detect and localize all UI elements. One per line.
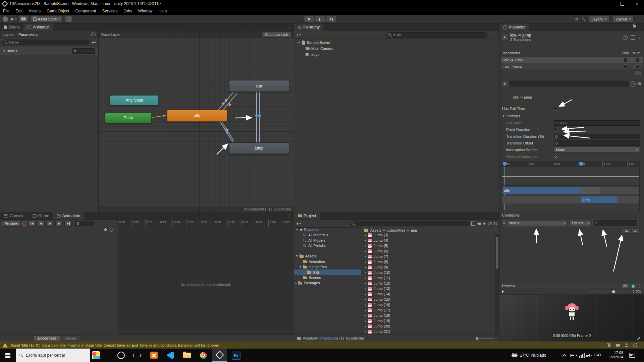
avatar-preview-icon[interactable] [632,285,635,288]
record-button[interactable] [22,222,26,226]
volume-muted-icon[interactable]: × [586,353,592,357]
tree-folder[interactable]: Animation [294,259,361,264]
pause-button[interactable] [315,16,325,22]
weather-widget[interactable]: 17°C Nublado [512,349,546,362]
menu-item[interactable]: Edit [12,9,25,13]
asset-row[interactable]: ▸ Jump (3) [362,232,499,238]
tab-parameters[interactable]: Parameters [18,33,38,37]
account-avatar[interactable] [3,16,8,22]
hierarchy-row-main-camera[interactable]: Main Camera [294,46,499,52]
thumbnail-zoom-slider[interactable] [476,338,494,339]
hierarchy-search-input[interactable]: ▾ All [386,32,487,38]
status-tray-icons[interactable] [606,343,640,348]
state-node-run[interactable]: run [229,80,289,92]
transition-timeline[interactable]: 0:000:100:201:001:101:20 idle jump [501,161,640,211]
condition-value-field[interactable]: 2 [594,220,637,226]
expand-caret-icon[interactable]: ▸ [365,303,366,306]
menu-item[interactable]: Window [135,9,156,13]
ordered-interruption-checkbox[interactable] [554,155,558,159]
expand-caret-icon[interactable]: ▸ [365,266,366,269]
tab-scene[interactable]: Scene [0,23,23,31]
asset-row[interactable]: ▸ Jump (15) [362,297,499,302]
curves-button[interactable]: Curves [60,336,80,341]
panel-menu-icon[interactable]: ⋮ [286,212,294,220]
taskbar-app-vscode[interactable] [163,349,178,362]
foldout-caret-icon[interactable]: ▼ [502,114,505,118]
transition-name-field[interactable] [509,81,629,86]
asset-row[interactable]: ▸ Jump (19) [362,318,499,323]
expand-caret-icon[interactable]: ▸ [365,314,366,317]
taskbar-app-chrome[interactable] [196,349,211,362]
transition-row[interactable]: run -> jump [501,63,643,69]
hierarchy-row-scene[interactable]: ▼ SampleScene [294,40,499,46]
add-event-icon[interactable] [109,228,114,232]
condition-parameter-dropdown[interactable]: status▾ [507,220,568,226]
asset-row[interactable]: ▸ Jump (8) [362,259,499,264]
assets-root[interactable]: ▼Assets [294,253,361,259]
frame-field[interactable]: 0 [75,221,94,226]
expand-caret-icon[interactable]: ▸ [365,277,366,280]
asset-store-button[interactable]: Asset Store ▾ [30,16,63,22]
panel-menu-icon[interactable]: ⋮ [491,212,499,220]
scrollbar[interactable] [495,234,499,335]
taskbar-app-explorer[interactable] [179,349,194,362]
asset-row[interactable]: ▸ Jump (6) [362,248,499,254]
panel-menu-icon[interactable]: ⋮ [491,23,499,31]
state-node-idle[interactable]: idle [167,110,227,122]
kebab-icon[interactable]: ⋮ [637,284,641,288]
favorite-star-icon[interactable]: ★ [483,222,486,226]
tab-project[interactable]: Project [294,212,320,220]
tree-folder[interactable]: Scenes [294,275,361,280]
status-bar[interactable]: ! Asset 'Idle (1)_0': Transition 'idle -… [0,342,644,349]
action-center-icon[interactable] [629,353,635,358]
asset-row[interactable]: ▸ Jump (14) [362,291,499,297]
state-node-jump[interactable]: jump [229,142,289,154]
lock-icon[interactable] [633,25,636,27]
version-control-button[interactable] [65,16,73,22]
help-icon[interactable]: ? [631,81,636,86]
timeline-track-jump[interactable]: jump [502,196,639,203]
exit-time-field[interactable]: 0.8125 [554,120,640,126]
transition-row[interactable]: idle -> jump [501,57,643,63]
asset-row[interactable]: ▸ Jump (4) [362,238,499,243]
play-animation-button[interactable] [46,221,54,227]
first-frame-button[interactable] [28,221,36,227]
slider-thumb[interactable] [612,290,615,293]
taskbar-app-paint[interactable] [89,349,103,362]
hidden-packages-toggle[interactable]: 21 [488,222,497,226]
interruption-source-dropdown[interactable]: None▾ [554,147,640,153]
tab-animator[interactable]: Animator [23,23,53,31]
panel-menu-icon[interactable]: ⋮ [636,23,644,31]
asset-row[interactable]: ▸ Jump (13) [362,286,499,291]
tab-game[interactable]: Game [28,212,53,220]
expand-caret-icon[interactable]: ▸ [365,255,366,258]
preview-viewport[interactable]: 0:00 (000.0%) Frame 0 [499,295,644,342]
scrollbar-thumb[interactable] [496,237,498,269]
start-button[interactable] [0,349,15,362]
expand-caret-icon[interactable]: ▸ [365,244,366,247]
solo-checkbox[interactable] [623,58,627,62]
add-condition-button[interactable]: + [623,229,630,234]
expand-caret-icon[interactable]: ▸ [365,239,366,242]
undo-history-icon[interactable]: ↺ [574,16,578,22]
search-by-type-icon[interactable] [471,222,475,226]
expand-caret-icon[interactable]: ▸ [365,234,366,237]
condition-operator-dropdown[interactable]: Equals▾ [570,220,592,226]
preview-toggle-button[interactable]: Preview [2,221,20,227]
expand-caret-icon[interactable]: ▸ [365,293,366,296]
asset-row[interactable]: ▸ Jump (18) [362,313,499,318]
add-keyframe-icon[interactable] [104,228,107,232]
layers-dropdown[interactable]: Layers▾ [589,16,609,22]
taskbar-task-view[interactable] [129,349,144,362]
hierarchy-row-player[interactable]: player [294,52,499,58]
eye-icon[interactable] [91,33,96,36]
menu-item[interactable]: Services [99,9,120,13]
expand-caret-icon[interactable]: ▸ [365,330,366,333]
hierarchy-options-icon[interactable]: ⋮ [489,33,497,37]
tab-animation[interactable]: Animation [53,212,84,220]
mute-checkbox[interactable] [635,58,639,62]
favorites-root[interactable]: ▼★Favorites [294,227,361,232]
preview-speed-slider[interactable] [589,292,629,292]
expand-caret-icon[interactable]: ▸ [365,260,366,263]
tab-inspector[interactable]: i Inspector [499,23,529,31]
